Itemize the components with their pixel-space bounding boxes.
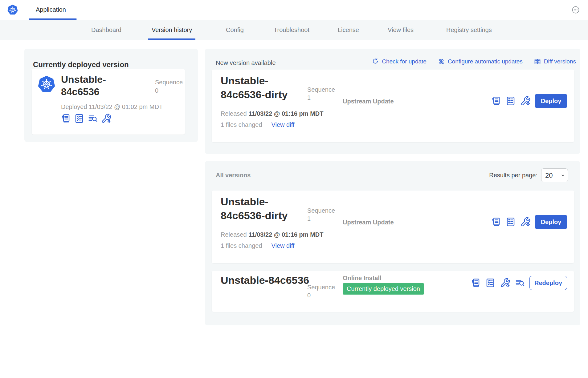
check-for-update-link[interactable]: Check for update (372, 58, 427, 65)
version-row-actions: Deploy (491, 215, 567, 229)
redeploy-button[interactable]: Redeploy (529, 276, 567, 290)
kubernetes-logo-icon (7, 5, 18, 15)
new-version-section: New version available Check for update C… (205, 49, 580, 154)
version-sequence: Sequence 1 (307, 86, 335, 102)
check-for-update-label: Check for update (382, 58, 427, 65)
sequence-label: Sequence (307, 207, 335, 215)
tab-troubleshoot[interactable]: Troubleshoot (274, 20, 309, 40)
configure-updates-link[interactable]: Configure automatic updates (438, 58, 523, 65)
version-name: Unstable-84c6536 (221, 273, 310, 287)
currently-deployed-badge: Currently deployed version (343, 283, 424, 295)
view-logs-icon[interactable] (88, 113, 98, 124)
version-name: Unstable-84c6536-dirty (221, 74, 310, 102)
deployed-version-actions (60, 113, 112, 124)
version-row-actions: Redeploy (470, 276, 567, 290)
preflight-checks-icon[interactable] (505, 217, 516, 227)
diff-versions-link[interactable]: Diff versions (534, 58, 576, 65)
tab-license[interactable]: License (338, 20, 359, 40)
currently-deployed-title: Currently deployed version (33, 60, 129, 69)
deployed-version-card: Unstable-84c6536 Sequence 0 Deployed 11/… (32, 69, 185, 135)
tab-view-files[interactable]: View files (388, 20, 414, 40)
sequence-label: Sequence (307, 283, 335, 291)
sequence-label: Sequence (155, 78, 183, 86)
sequence-value: 0 (307, 291, 335, 299)
tab-registry-settings[interactable]: Registry settings (446, 20, 492, 40)
released-date: 11/03/22 @ 01:16 pm MDT (249, 231, 324, 238)
release-notes-icon[interactable] (470, 278, 481, 288)
released-line: Released11/03/22 @ 01:16 pm MDT (221, 231, 323, 238)
version-source: Upstream Update (343, 219, 394, 226)
released-label: Released (221, 231, 247, 238)
overflow-menu-button[interactable] (570, 4, 581, 15)
app-tab-active-underline (29, 18, 77, 20)
files-changed-text: 1 files changed (221, 121, 262, 128)
released-label: Released (221, 110, 247, 117)
deploy-button[interactable]: Deploy (535, 94, 567, 108)
files-changed-text: 1 files changed (221, 242, 262, 249)
config-icon[interactable] (500, 278, 510, 288)
tab-version-history[interactable]: Version history (152, 20, 192, 40)
app-nav-bar: Dashboard Version history Config Trouble… (0, 20, 588, 40)
release-notes-icon[interactable] (60, 113, 71, 124)
version-row-actions: Deploy (491, 94, 567, 108)
results-per-page: Results per page: 20 (489, 168, 568, 182)
version-source: Upstream Update (343, 98, 394, 105)
configure-updates-label: Configure automatic updates (448, 58, 523, 65)
preflight-checks-icon[interactable] (74, 113, 84, 124)
results-per-page-select[interactable]: 20 (541, 168, 568, 182)
results-per-page-label: Results per page: (489, 172, 537, 179)
release-notes-icon[interactable] (491, 96, 501, 106)
view-logs-icon[interactable] (515, 278, 525, 288)
files-changed-line: 1 files changed View diff (221, 242, 294, 249)
tab-config[interactable]: Config (226, 20, 244, 40)
version-row: Unstable-84c6536-dirty Sequence 1 Upstre… (212, 191, 574, 263)
app-tab[interactable]: Application (36, 0, 66, 19)
version-row-deployed: Unstable-84c6536 Sequence 0 Online Insta… (212, 271, 574, 312)
release-notes-icon[interactable] (491, 217, 501, 227)
preflight-checks-icon[interactable] (505, 96, 516, 106)
all-versions-section: All versions Results per page: 20 Unstab… (205, 161, 580, 325)
released-date: 11/03/22 @ 01:16 pm MDT (249, 110, 324, 117)
all-versions-title: All versions (216, 172, 251, 179)
version-sequence: Sequence 0 (307, 283, 335, 299)
sequence-value: 0 (155, 86, 183, 95)
diff-versions-icon (534, 58, 541, 65)
sequence-label: Sequence (307, 86, 335, 94)
currently-deployed-section: Currently deployed version Unstable-84c6… (24, 49, 198, 142)
config-icon[interactable] (520, 96, 531, 106)
top-bar: Application (0, 0, 588, 20)
deploy-button[interactable]: Deploy (535, 215, 567, 229)
view-diff-link[interactable]: View diff (272, 242, 295, 249)
tab-dashboard[interactable]: Dashboard (91, 20, 121, 40)
new-version-title: New version available (216, 59, 276, 66)
deployed-version-name: Unstable-84c6536 (61, 73, 138, 98)
config-icon[interactable] (520, 217, 531, 227)
deployed-sequence: Sequence 0 (155, 78, 183, 95)
sequence-value: 1 (307, 215, 335, 223)
version-name: Unstable-84c6536-dirty (221, 195, 310, 223)
version-sequence: Sequence 1 (307, 207, 335, 223)
version-source: Online Install (343, 275, 382, 282)
check-for-update-icon (372, 58, 379, 65)
deployed-timestamp: Deployed 11/03/22 @ 01:02 pm MDT (61, 103, 163, 111)
view-diff-link[interactable]: View diff (272, 121, 295, 128)
ellipsis-icon (570, 4, 581, 15)
preflight-checks-icon[interactable] (485, 278, 496, 288)
new-version-toolbar: Check for update Configure automatic upd… (372, 58, 576, 65)
sequence-value: 1 (307, 94, 335, 102)
app-title: Application (36, 6, 66, 13)
configure-updates-icon (438, 58, 445, 65)
files-changed-line: 1 files changed View diff (221, 121, 294, 128)
new-version-row: Unstable-84c6536-dirty Sequence 1 Upstre… (212, 70, 574, 142)
released-line: Released11/03/22 @ 01:16 pm MDT (221, 110, 323, 117)
application-icon (38, 76, 55, 93)
chevron-down-icon (560, 173, 566, 178)
diff-versions-label: Diff versions (544, 58, 576, 65)
results-per-page-value: 20 (545, 171, 553, 179)
config-icon[interactable] (101, 113, 112, 124)
